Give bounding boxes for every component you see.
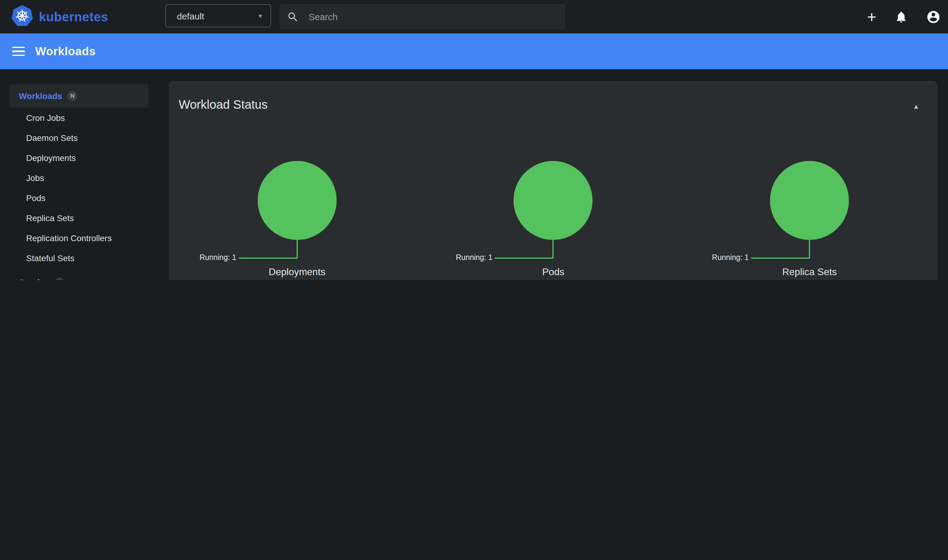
logo-wordmark: kubernetes	[39, 10, 108, 24]
kubernetes-logo[interactable]: kubernetes	[11, 5, 108, 29]
kubernetes-dashboard: kubernetes default ▾ +	[0, 0, 948, 280]
sidebar-item-stateful-sets[interactable]: Stateful Sets	[0, 248, 158, 268]
collapse-card-icon[interactable]: ▲	[904, 100, 928, 114]
pie-slice-running	[514, 161, 593, 240]
notifications-bell-icon[interactable]	[894, 10, 908, 23]
namespace-value: default	[177, 11, 204, 21]
sidebar-item-cron-jobs[interactable]: Cron Jobs	[0, 108, 158, 128]
namespace-selector[interactable]: default ▾	[165, 4, 271, 27]
pie-slice-running	[257, 161, 337, 240]
search-icon	[287, 11, 299, 23]
chart-title: Pods	[425, 267, 681, 278]
search-bar	[279, 4, 565, 29]
pie-callout-line	[495, 257, 553, 259]
sidebar-item-service[interactable]: Service N	[0, 272, 158, 280]
workload-status-title: Workload Status	[179, 98, 268, 114]
top-bar: kubernetes default ▾ +	[0, 0, 948, 34]
new-badge: N	[68, 91, 77, 101]
pods-pie-chart: Running: 1 Pods	[425, 161, 681, 278]
new-badge: N	[55, 278, 65, 280]
create-resource-button[interactable]: +	[867, 9, 876, 25]
sidebar-item-deployments[interactable]: Deployments	[0, 148, 158, 168]
kubernetes-logo-icon	[11, 5, 34, 29]
sidebar-item-replica-sets[interactable]: Replica Sets	[0, 208, 158, 228]
main-content: Workload Status ▲ Running: 1 Deployments	[169, 69, 948, 280]
pie-callout-line	[553, 239, 554, 258]
sidebar-nav: Workloads N Cron Jobs Daemon Sets Deploy…	[0, 69, 158, 280]
deployments-pie-chart: Running: 1 Deployments	[169, 161, 425, 278]
chart-title: Replica Sets	[681, 267, 938, 278]
pie-slice-running	[770, 161, 849, 240]
pie-slice-label: Running: 1	[178, 253, 236, 262]
chevron-down-icon: ▾	[259, 12, 262, 20]
sidebar-item-workloads[interactable]: Workloads N	[10, 85, 148, 108]
workload-status-charts: Running: 1 Deployments Running: 1 Pods	[169, 161, 938, 278]
chart-title: Deployments	[169, 267, 425, 278]
sidebar-item-replication-controllers[interactable]: Replication Controllers	[0, 228, 158, 248]
pie-callout-line	[239, 257, 297, 259]
replica-sets-pie-chart: Running: 1 Replica Sets	[681, 161, 938, 278]
menu-hamburger-icon[interactable]	[12, 44, 25, 58]
topbar-actions: +	[867, 0, 941, 34]
pie-callout-line	[751, 257, 809, 259]
page-title: Workloads	[35, 45, 96, 58]
search-input[interactable]	[307, 11, 558, 23]
sidebar-item-jobs[interactable]: Jobs	[0, 168, 158, 188]
pie-slice-label: Running: 1	[434, 253, 493, 262]
app-bar: Workloads	[0, 34, 948, 69]
user-account-avatar[interactable]	[926, 9, 941, 24]
sidebar-item-pods[interactable]: Pods	[0, 188, 158, 208]
pie-slice-label: Running: 1	[691, 253, 749, 262]
pie-callout-line	[296, 239, 298, 258]
sidebar-item-daemon-sets[interactable]: Daemon Sets	[0, 128, 158, 148]
workload-status-card: Workload Status ▲ Running: 1 Deployments	[169, 81, 938, 280]
pie-callout-line	[809, 239, 810, 258]
